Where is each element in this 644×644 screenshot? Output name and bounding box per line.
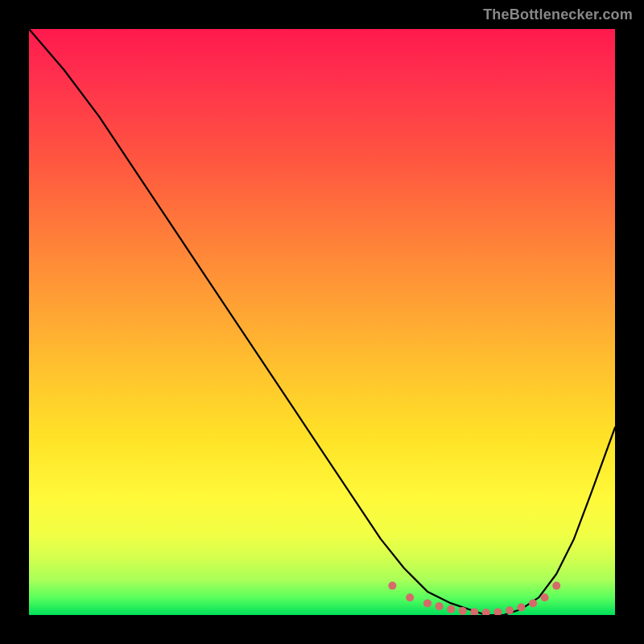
curve-marker	[388, 582, 396, 590]
curve-marker	[506, 606, 514, 614]
curve-marker	[459, 607, 467, 615]
curve-marker	[436, 602, 444, 610]
curve-marker	[470, 608, 478, 615]
marker-cluster	[388, 582, 560, 615]
curve-marker	[447, 605, 455, 613]
curve-marker	[482, 609, 490, 615]
curve-marker	[423, 599, 431, 607]
curve-marker	[518, 604, 526, 612]
watermark-text: TheBottlenecker.com	[483, 6, 633, 23]
bottleneck-curve	[29, 29, 615, 615]
chart-stage: TheBottlenecker.com	[0, 0, 644, 644]
chart-svg	[29, 29, 615, 615]
curve-marker	[493, 608, 502, 615]
curve-marker	[552, 582, 560, 590]
curve-marker	[541, 593, 549, 601]
curve-marker	[406, 593, 414, 601]
plot-area	[29, 29, 615, 615]
curve-marker	[529, 599, 537, 607]
